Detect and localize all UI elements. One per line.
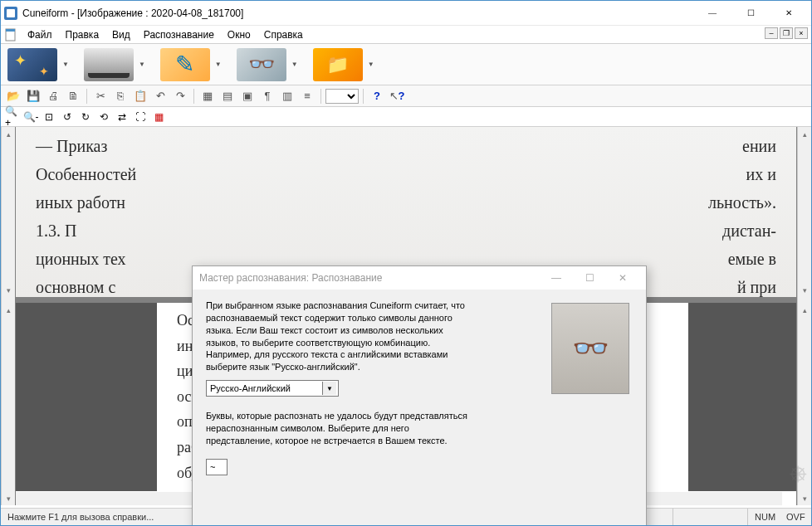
separator xyxy=(193,89,194,104)
fit-width-button[interactable]: ⛶ xyxy=(132,109,149,125)
dialog-title: Мастер распознавания: Распознавание xyxy=(199,272,540,284)
scroll-down-icon[interactable]: ▾ xyxy=(798,283,812,297)
copy-button[interactable]: ⎘ xyxy=(111,88,130,105)
menu-edit[interactable]: Правка xyxy=(59,27,106,42)
scroll-up-icon[interactable]: ▴ xyxy=(2,127,16,141)
language-combo-value: Русско-Английский xyxy=(210,383,291,393)
print-button[interactable]: 🖨 xyxy=(44,88,62,105)
redo-button[interactable]: ↷ xyxy=(171,88,189,105)
main-toolbar: ▼ ▼ ▼ ▼ ▼ xyxy=(1,44,811,85)
language-combo[interactable]: Русско-Английский xyxy=(206,380,339,397)
flip-button[interactable]: ⇄ xyxy=(114,109,130,125)
chevron-down-icon[interactable]: ▼ xyxy=(59,57,72,71)
dialog-maximize: ☐ xyxy=(573,267,606,289)
menu-window[interactable]: Окно xyxy=(221,27,257,42)
recognize-button[interactable]: ▼ xyxy=(237,48,301,81)
mdi-close[interactable]: × xyxy=(795,27,808,39)
wizard-button[interactable]: ▼ xyxy=(7,48,72,81)
context-help-button[interactable]: ↖? xyxy=(388,88,406,105)
menu-recognize[interactable]: Распознавание xyxy=(137,27,221,42)
chevron-down-icon[interactable]: ▼ xyxy=(212,57,225,71)
app-icon xyxy=(4,7,17,20)
window-controls: — ☐ ✕ xyxy=(693,1,808,26)
scanner-icon xyxy=(84,48,134,81)
zoom-toolbar: 🔍+ 🔍- ⊡ ↺ ↻ ⟲ ⇄ ⛶ ▦ xyxy=(1,107,811,127)
wizard-icon xyxy=(7,48,57,81)
scroll-down-icon[interactable]: ▾ xyxy=(2,491,16,505)
rotate-left-button[interactable]: ↺ xyxy=(59,109,76,125)
chevron-down-icon[interactable]: ▼ xyxy=(364,57,378,71)
layout-icon xyxy=(160,48,210,81)
paste-button[interactable]: 📋 xyxy=(131,88,149,105)
recognition-wizard-dialog: Мастер распознавания: Распознавание — ☐ … xyxy=(192,265,647,526)
rotate-right-button[interactable]: ↻ xyxy=(77,109,94,125)
language-info-text: При выбранном языке распознавания Cuneif… xyxy=(206,300,472,373)
grid-button[interactable]: ▦ xyxy=(150,109,167,125)
mdi-minimize[interactable]: – xyxy=(765,27,778,39)
zoom-out-button[interactable]: 🔍- xyxy=(22,109,39,125)
undo-button[interactable]: ↶ xyxy=(151,88,169,105)
list-button[interactable]: ≡ xyxy=(298,88,316,105)
scrollbar-right[interactable]: ▴ ▾ ▴ ▾ xyxy=(797,127,811,505)
separator xyxy=(86,89,87,104)
scrollbar-left[interactable]: ▴ ▾ ▴ ▾ xyxy=(1,127,15,505)
window-title: Cuneiform - [Изображение : 2020-04-08_18… xyxy=(22,7,693,19)
save-folder-icon xyxy=(313,48,363,81)
layout-button[interactable]: ▼ xyxy=(160,48,225,81)
status-ovr: OVF xyxy=(780,509,811,525)
menu-file[interactable]: Файл xyxy=(21,27,59,42)
mdi-controls: – ❐ × xyxy=(765,27,808,39)
chevron-down-icon[interactable]: ▼ xyxy=(135,57,149,71)
block-table-button[interactable]: ▤ xyxy=(218,88,237,105)
separator xyxy=(320,89,321,104)
dialog-body: При выбранном языке распознавания Cuneif… xyxy=(193,290,646,526)
unrecognized-char-input[interactable] xyxy=(206,459,227,475)
dialog-minimize: — xyxy=(540,267,573,289)
standard-toolbar: 📂 💾 🖨 🗎 ✂ ⎘ 📋 ↶ ↷ ▦ ▤ ▣ ¶ ▥ ≡ ? ↖? xyxy=(1,85,811,107)
char-info-text: Буквы, которые распознать не удалось буд… xyxy=(206,410,472,447)
title-bar: Cuneiform - [Изображение : 2020-04-08_18… xyxy=(1,1,811,26)
save-result-button[interactable]: ▼ xyxy=(313,48,378,81)
mdi-restore[interactable]: ❐ xyxy=(780,27,793,39)
status-blank xyxy=(673,509,748,525)
chevron-down-icon[interactable]: ▼ xyxy=(288,57,301,71)
save-button[interactable]: 💾 xyxy=(24,88,42,105)
svg-rect-1 xyxy=(6,29,15,32)
scan-button[interactable]: ▼ xyxy=(84,48,149,81)
columns-button[interactable]: ▥ xyxy=(278,88,296,105)
cut-button[interactable]: ✂ xyxy=(91,88,110,105)
scroll-up-icon[interactable]: ▴ xyxy=(2,303,16,317)
menu-bar: Файл Правка Вид Распознавание Окно Справ… xyxy=(1,26,811,44)
status-num: NUM xyxy=(748,509,780,525)
help-button[interactable]: ? xyxy=(368,88,386,105)
menu-view[interactable]: Вид xyxy=(105,27,137,42)
dialog-close[interactable]: ✕ xyxy=(606,267,639,289)
scroll-up-icon[interactable]: ▴ xyxy=(798,127,812,141)
scroll-down-icon[interactable]: ▾ xyxy=(798,491,812,505)
zoom-fit-button[interactable]: ⊡ xyxy=(41,109,57,125)
workspace: ▴ ▾ ▴ ▾ ▴ ▾ ▴ ▾ — Приказении Особенносте… xyxy=(1,127,811,505)
zoom-combo[interactable] xyxy=(325,89,359,104)
doc-icon xyxy=(4,28,17,41)
maximize-button[interactable]: ☐ xyxy=(731,1,770,26)
menu-help[interactable]: Справка xyxy=(257,27,310,42)
minimize-button[interactable]: — xyxy=(693,1,731,26)
block-text-button[interactable]: ▦ xyxy=(198,88,217,105)
wizard-illustration xyxy=(551,303,629,394)
preview-button[interactable]: 🗎 xyxy=(64,88,82,105)
scroll-down-icon[interactable]: ▾ xyxy=(2,283,16,297)
rotate-180-button[interactable]: ⟲ xyxy=(95,109,112,125)
para-button[interactable]: ¶ xyxy=(258,88,276,105)
block-image-button[interactable]: ▣ xyxy=(238,88,257,105)
close-button[interactable]: ✕ xyxy=(770,1,808,26)
separator xyxy=(363,89,364,104)
zoom-in-button[interactable]: 🔍+ xyxy=(4,109,21,125)
open-button[interactable]: 📂 xyxy=(4,88,22,105)
dialog-title-bar[interactable]: Мастер распознавания: Распознавание — ☐ … xyxy=(193,266,646,290)
scroll-up-icon[interactable]: ▴ xyxy=(798,303,812,317)
glasses-icon xyxy=(237,48,286,81)
